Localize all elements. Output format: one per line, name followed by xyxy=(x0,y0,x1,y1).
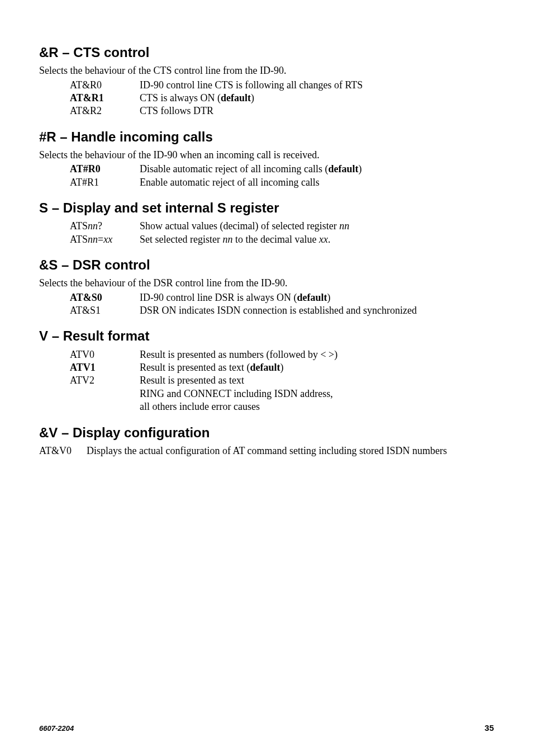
desc-post: ) xyxy=(327,292,330,303)
desc-pre: Set selected register xyxy=(140,234,222,245)
heading-s-register: S – Display and set internal S register xyxy=(39,199,494,216)
row-ats1: AT&S1 DSR ON indicates ISDN connection i… xyxy=(70,304,494,317)
desc: all others include error causes xyxy=(140,400,494,413)
term xyxy=(70,400,140,413)
desc: Set selected register nn to the decimal … xyxy=(140,233,494,246)
term-it2: xx xyxy=(103,234,112,245)
term: ATV1 xyxy=(70,361,140,374)
desc-bold: default xyxy=(297,292,327,303)
row-atv0: ATV0 Result is presented as numbers (fol… xyxy=(70,348,494,361)
term-pre: ATS xyxy=(70,234,88,245)
term: ATSnn=xx xyxy=(70,233,140,246)
row-atv2: ATV2 Result is presented as text xyxy=(70,374,494,387)
row-athr1: AT#R1 Enable automatic reject of all inc… xyxy=(70,176,494,189)
heading-result-format: V – Result format xyxy=(39,327,494,344)
desc-post: ) xyxy=(280,362,283,373)
desc-post: ) xyxy=(251,92,254,103)
term-pre: ATS xyxy=(70,220,88,231)
intro-ds: Selects the behaviour of the DSR control… xyxy=(39,277,494,290)
desc-post: . xyxy=(328,234,331,245)
desc: Show actual values (decimal) of selected… xyxy=(140,220,494,233)
row-atv2-cont1: RING and CONNECT including ISDN address, xyxy=(70,388,494,400)
heading-handle-incoming: #R – Handle incoming calls xyxy=(39,128,494,145)
desc: ID-90 control line DSR is always ON (def… xyxy=(140,291,494,304)
term: AT#R1 xyxy=(70,176,140,189)
desc: DSR ON indicates ISDN connection is esta… xyxy=(140,304,494,317)
desc: ID-90 control line CTS is following all … xyxy=(140,79,494,92)
row-atsnn-q: ATSnn? Show actual values (decimal) of s… xyxy=(70,220,494,233)
heading-display-config: &V – Display configuration xyxy=(39,424,494,441)
row-atv1: ATV1 Result is presented as text (defaul… xyxy=(70,361,494,374)
term-post: ? xyxy=(98,220,102,231)
term: AT&R0 xyxy=(70,79,140,92)
desc-bold: default xyxy=(250,362,280,373)
term: AT&R1 xyxy=(70,92,140,105)
term-mid: = xyxy=(98,234,103,245)
footer-doc-id: 6607-2204 xyxy=(39,724,74,734)
desc: RING and CONNECT including ISDN address, xyxy=(140,388,494,400)
desc-it2: xx xyxy=(319,234,328,245)
desc: CTS is always ON (default) xyxy=(140,92,494,105)
intro-hr: Selects the behaviour of the ID-90 when … xyxy=(39,149,494,162)
row-atv2-cont2: all others include error causes xyxy=(70,400,494,413)
desc: Result is presented as text (default) xyxy=(140,361,494,374)
desc: Disable automatic reject of all incoming… xyxy=(140,163,494,176)
desc-it: nn xyxy=(339,220,349,231)
desc-it: nn xyxy=(222,234,232,245)
term: ATV0 xyxy=(70,348,140,361)
desc: Result is presented as text xyxy=(140,374,494,387)
desc: CTS follows DTR xyxy=(140,105,494,117)
term: AT#R0 xyxy=(70,163,140,176)
row-atr0: AT&R0 ID-90 control line CTS is followin… xyxy=(70,79,494,92)
desc: Enable automatic reject of all incoming … xyxy=(140,176,494,189)
term-it1: nn xyxy=(88,234,98,245)
heading-dsr-control: &S – DSR control xyxy=(39,256,494,273)
desc-mid: to the decimal value xyxy=(232,234,318,245)
desc-pre: Result is presented as text ( xyxy=(140,362,250,373)
desc-pre: Disable automatic reject of all incoming… xyxy=(140,163,328,174)
desc: Displays the actual configuration of AT … xyxy=(87,445,494,457)
intro-cts: Selects the behaviour of the CTS control… xyxy=(39,64,494,77)
footer-page-number: 35 xyxy=(484,722,494,734)
footer: 6607-2204 35 xyxy=(39,722,494,734)
row-atsnn-xx: ATSnn=xx Set selected register nn to the… xyxy=(70,233,494,246)
desc-bold: default xyxy=(328,163,358,174)
term: AT&S1 xyxy=(70,304,140,317)
term: AT&V0 xyxy=(39,445,87,457)
row-atr1: AT&R1 CTS is always ON (default) xyxy=(70,92,494,105)
row-atr2: AT&R2 CTS follows DTR xyxy=(70,105,494,117)
desc: Result is presented as numbers (followed… xyxy=(140,348,494,361)
heading-cts-control: &R – CTS control xyxy=(39,44,494,61)
desc-post: ) xyxy=(358,163,361,174)
term: AT&S0 xyxy=(70,291,140,304)
term: ATSnn? xyxy=(70,220,140,233)
desc-pre: CTS is always ON ( xyxy=(140,92,221,103)
desc-pre: ID-90 control line DSR is always ON ( xyxy=(140,292,297,303)
desc-pre: Show actual values (decimal) of selected… xyxy=(140,220,339,231)
row-athr0: AT#R0 Disable automatic reject of all in… xyxy=(70,163,494,176)
term xyxy=(70,388,140,400)
row-ats0: AT&S0 ID-90 control line DSR is always O… xyxy=(70,291,494,304)
desc-bold: default xyxy=(221,92,251,103)
term-it: nn xyxy=(88,220,98,231)
row-atv: AT&V0 Displays the actual configuration … xyxy=(39,445,494,457)
term: ATV2 xyxy=(70,374,140,387)
term: AT&R2 xyxy=(70,105,140,117)
